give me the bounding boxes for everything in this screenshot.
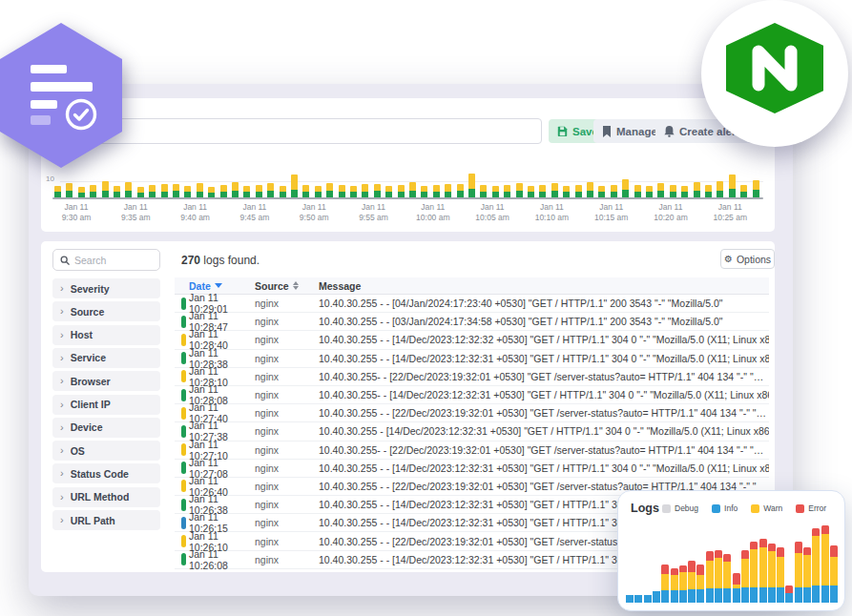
timeline-bar[interactable] — [173, 184, 179, 197]
log-table-row[interactable]: Jan 11 10:28:47 nginx 10.40.30.255 - - [… — [175, 313, 769, 331]
timeline-bar[interactable] — [302, 185, 309, 197]
logs-chart-bar[interactable] — [644, 595, 652, 603]
timeline-bar[interactable] — [326, 183, 333, 197]
timeline-bar[interactable] — [137, 187, 144, 197]
log-table-row[interactable]: Jan 11 10:28:10 nginx 10.40.30.255- - [2… — [175, 368, 769, 386]
timeline-bar[interactable] — [622, 179, 629, 197]
logs-chart-bar[interactable] — [671, 568, 678, 603]
filter-group-client-ip[interactable]: › Client IP — [52, 395, 160, 415]
timeline-bar[interactable] — [149, 185, 156, 197]
timeline-bar[interactable] — [480, 185, 487, 197]
logs-chart-bar[interactable] — [830, 545, 838, 603]
facet-search-box[interactable] — [52, 249, 160, 271]
timeline-bar[interactable] — [362, 184, 368, 197]
timeline-bar[interactable] — [598, 186, 605, 197]
filter-group-host[interactable]: › Host — [52, 325, 160, 345]
filter-group-os[interactable]: › OS — [52, 441, 160, 461]
timeline-bar[interactable] — [398, 185, 405, 197]
logs-chart-bar[interactable] — [715, 550, 722, 603]
logs-chart-bar[interactable] — [653, 591, 660, 603]
filter-group-severity[interactable]: › Severity — [52, 278, 160, 298]
timeline-bar[interactable] — [516, 183, 523, 197]
date-column-header[interactable]: Date — [189, 280, 255, 292]
logs-chart-bar[interactable] — [812, 528, 820, 603]
timeline-bar[interactable] — [232, 182, 239, 197]
timeline-bar[interactable] — [102, 181, 109, 197]
facet-search-input[interactable] — [74, 255, 141, 266]
log-table-row[interactable]: Jan 11 10:27:40 nginx 10.40.30.255 - - [… — [175, 404, 769, 422]
logs-chart-bar[interactable] — [750, 542, 758, 603]
timeline-bar[interactable] — [551, 183, 558, 197]
timeline-bar[interactable] — [243, 186, 250, 197]
logs-stacked-bar-chart[interactable] — [626, 517, 839, 603]
timeline-bar[interactable] — [66, 183, 73, 197]
timeline-bar[interactable] — [504, 185, 510, 197]
timeline-bar[interactable] — [457, 184, 464, 197]
filter-group-device[interactable]: › Device — [52, 418, 160, 438]
timeline-bar[interactable] — [350, 186, 357, 197]
filter-group-service[interactable]: › Service — [52, 348, 160, 368]
timeline-bar[interactable] — [161, 184, 168, 197]
timeline-bar[interactable] — [280, 186, 286, 197]
timeline-bar[interactable] — [385, 186, 392, 197]
timeline-bar[interactable] — [717, 181, 723, 197]
timeline-bar[interactable] — [575, 185, 582, 197]
filter-group-source[interactable]: › Source — [52, 301, 160, 321]
timeline-bar[interactable] — [563, 186, 570, 197]
logs-chart-bar[interactable] — [634, 595, 642, 603]
log-table-row[interactable]: Jan 11 10:29:01 nginx 10.40.30.255 - - [… — [175, 295, 769, 313]
timeline-bar[interactable] — [315, 186, 322, 197]
timeline-bar[interactable] — [587, 182, 593, 197]
logs-chart-bar[interactable] — [706, 551, 714, 603]
logs-chart-bar[interactable] — [688, 561, 696, 603]
filter-group-status-code[interactable]: › Status Code — [52, 463, 160, 483]
timeline-bar[interactable] — [291, 175, 298, 197]
logs-chart-bar[interactable] — [803, 547, 811, 603]
timeline-bar[interactable] — [208, 187, 215, 197]
logs-chart-bar[interactable] — [795, 542, 802, 603]
timeline-bar[interactable] — [409, 182, 416, 197]
timeline-histogram[interactable]: 10 — [52, 169, 763, 226]
timeline-bar[interactable] — [114, 186, 120, 197]
log-table-row[interactable]: Jan 11 10:28:40 nginx 10.40.30.255 - - [… — [175, 331, 769, 349]
logs-chart-bar[interactable] — [696, 565, 704, 603]
logs-chart-bar[interactable] — [679, 565, 687, 603]
timeline-bar[interactable] — [433, 185, 440, 197]
timeline-bar[interactable] — [197, 183, 203, 197]
timeline-bar[interactable] — [657, 183, 664, 197]
timeline-bar[interactable] — [634, 185, 641, 197]
log-table-row[interactable]: Jan 11 10:27:08 nginx 10.40.30.255 - - [… — [175, 460, 769, 478]
timeline-bar[interactable] — [611, 185, 617, 197]
filter-group-url-method[interactable]: › URL Method — [52, 487, 160, 507]
timeline-bar[interactable] — [694, 182, 700, 197]
source-column-header[interactable]: Source — [255, 280, 319, 292]
log-table-row[interactable]: Jan 11 10:27:38 nginx 10.40.30.255 - [14… — [175, 422, 769, 441]
filter-group-browser[interactable]: › Browser — [52, 371, 160, 391]
options-button[interactable]: ⚙ Options — [720, 249, 775, 269]
timeline-bar[interactable] — [539, 185, 546, 197]
timeline-bar[interactable] — [705, 185, 712, 197]
timeline-bar[interactable] — [421, 186, 427, 197]
logs-chart-bar[interactable] — [661, 565, 669, 603]
timeline-bar[interactable] — [681, 186, 688, 197]
timeline-bar[interactable] — [374, 184, 381, 197]
timeline-bar[interactable] — [646, 186, 653, 197]
timeline-bar[interactable] — [339, 185, 345, 197]
timeline-bar[interactable] — [528, 186, 534, 197]
timeline-bar[interactable] — [670, 185, 676, 197]
logs-chart-bar[interactable] — [821, 525, 829, 603]
timeline-bar[interactable] — [753, 180, 759, 197]
timeline-bar[interactable] — [267, 183, 274, 197]
timeline-bar[interactable] — [729, 175, 736, 197]
timeline-bar[interactable] — [445, 184, 451, 197]
timeline-bar[interactable] — [54, 186, 61, 197]
timeline-bar[interactable] — [184, 186, 191, 197]
timeline-bar[interactable] — [468, 174, 475, 197]
logs-chart-bar[interactable] — [741, 550, 749, 603]
log-query-input[interactable] — [52, 118, 542, 144]
timeline-bar[interactable] — [740, 185, 747, 197]
timeline-bar[interactable] — [90, 185, 96, 197]
timeline-bar[interactable] — [256, 185, 262, 197]
timeline-bar[interactable] — [125, 182, 132, 197]
filter-group-url-path[interactable]: › URL Path — [52, 510, 160, 530]
